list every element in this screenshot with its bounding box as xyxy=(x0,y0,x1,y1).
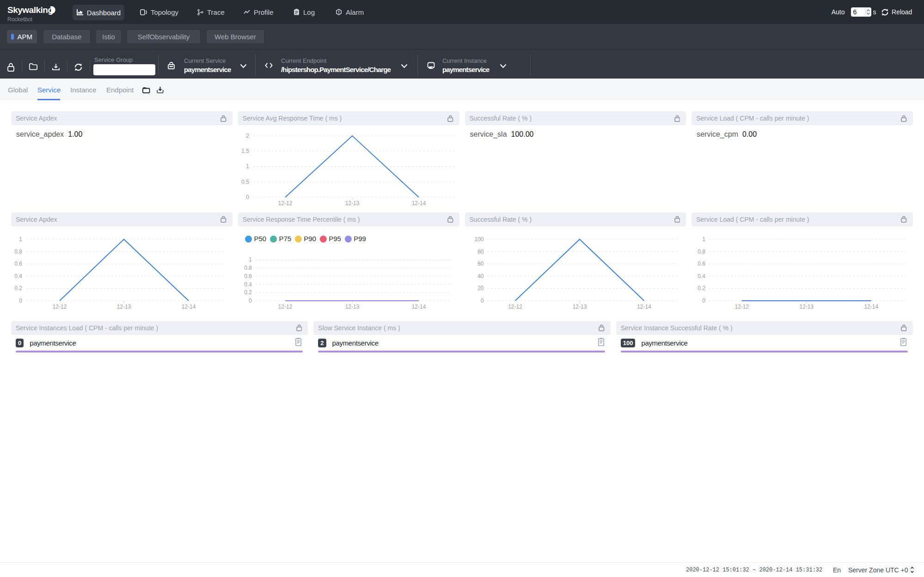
svg-text:0.2: 0.2 xyxy=(698,285,706,292)
svg-text:1: 1 xyxy=(249,256,252,263)
svg-text:12-13: 12-13 xyxy=(572,303,587,310)
svg-text:12-14: 12-14 xyxy=(864,303,879,310)
svg-text:0.8: 0.8 xyxy=(14,248,22,255)
svg-text:0.4: 0.4 xyxy=(244,281,252,287)
svg-text:1: 1 xyxy=(246,164,249,170)
svg-text:12-12: 12-12 xyxy=(278,200,292,207)
svg-text:0.6: 0.6 xyxy=(14,261,22,267)
svg-text:12-14: 12-14 xyxy=(411,200,426,207)
svg-text:0: 0 xyxy=(19,297,22,304)
svg-text:80: 80 xyxy=(477,248,484,255)
svg-text:60: 60 xyxy=(477,261,484,267)
svg-text:0.5: 0.5 xyxy=(241,179,249,185)
svg-text:12-13: 12-13 xyxy=(345,303,359,310)
svg-text:P50: P50 xyxy=(254,235,266,243)
svg-text:1: 1 xyxy=(703,236,706,243)
svg-text:12-13: 12-13 xyxy=(800,303,814,310)
svg-text:12-12: 12-12 xyxy=(508,303,522,310)
svg-text:P99: P99 xyxy=(354,235,366,243)
svg-text:0: 0 xyxy=(703,297,706,304)
svg-text:P90: P90 xyxy=(304,235,316,243)
svg-text:0.2: 0.2 xyxy=(244,289,252,296)
svg-text:0.4: 0.4 xyxy=(14,273,22,279)
svg-text:0.8: 0.8 xyxy=(244,265,252,271)
svg-text:40: 40 xyxy=(477,273,484,279)
svg-text:0.2: 0.2 xyxy=(14,285,22,292)
svg-text:12-14: 12-14 xyxy=(411,303,426,310)
svg-text:12-12: 12-12 xyxy=(278,303,292,310)
svg-text:P75: P75 xyxy=(279,235,291,243)
svg-text:0: 0 xyxy=(246,194,249,200)
svg-text:2: 2 xyxy=(246,133,249,139)
svg-text:P95: P95 xyxy=(329,235,341,243)
svg-text:0.6: 0.6 xyxy=(244,273,252,279)
svg-text:100: 100 xyxy=(474,236,483,243)
svg-text:0: 0 xyxy=(480,297,483,304)
svg-text:0: 0 xyxy=(249,297,252,304)
svg-text:0.6: 0.6 xyxy=(698,261,706,267)
svg-text:0.8: 0.8 xyxy=(698,248,706,255)
svg-text:12-14: 12-14 xyxy=(637,303,651,310)
svg-text:1.5: 1.5 xyxy=(241,148,249,154)
svg-text:12-12: 12-12 xyxy=(735,303,749,310)
svg-text:1: 1 xyxy=(19,236,22,243)
svg-text:12-12: 12-12 xyxy=(53,303,67,310)
svg-text:12-13: 12-13 xyxy=(345,200,359,207)
svg-text:12-13: 12-13 xyxy=(117,303,131,310)
svg-text:12-14: 12-14 xyxy=(182,303,196,310)
svg-text:20: 20 xyxy=(477,285,484,292)
svg-text:0.4: 0.4 xyxy=(698,273,706,279)
